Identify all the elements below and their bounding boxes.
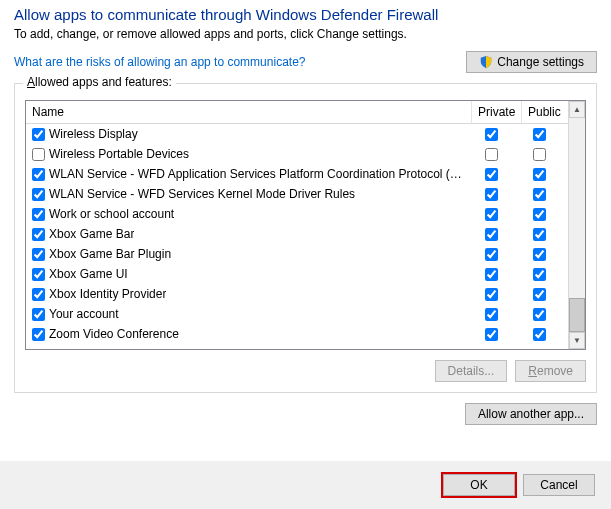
row-name: Your account (49, 307, 119, 321)
row-name: Zoom Video Conference (49, 327, 179, 341)
row-private-checkbox[interactable] (485, 248, 498, 261)
change-settings-label: Change settings (497, 55, 584, 69)
remove-button: Remove (515, 360, 586, 382)
table-row[interactable]: Wireless Display (26, 124, 568, 144)
row-enable-checkbox[interactable] (32, 288, 45, 301)
row-name: Wireless Portable Devices (49, 147, 189, 161)
table-row[interactable]: Work or school account (26, 204, 568, 224)
row-private-checkbox[interactable] (485, 188, 498, 201)
row-name: Wireless Display (49, 127, 138, 141)
row-enable-checkbox[interactable] (32, 328, 45, 341)
table-row[interactable]: WLAN Service - WFD Application Services … (26, 164, 568, 184)
shield-icon (479, 55, 493, 69)
row-name: Work or school account (49, 207, 174, 221)
scroll-track[interactable] (569, 118, 585, 332)
row-enable-checkbox[interactable] (32, 248, 45, 261)
row-enable-checkbox[interactable] (32, 268, 45, 281)
page-subtitle: To add, change, or remove allowed apps a… (14, 27, 597, 41)
risks-link[interactable]: What are the risks of allowing an app to… (14, 55, 305, 69)
row-public-checkbox[interactable] (533, 168, 546, 181)
row-private-checkbox[interactable] (485, 228, 498, 241)
remove-label: Remove (528, 364, 573, 378)
row-name: Xbox Game Bar Plugin (49, 247, 171, 261)
row-enable-checkbox[interactable] (32, 208, 45, 221)
row-private-checkbox[interactable] (485, 308, 498, 321)
ok-button[interactable]: OK (443, 474, 515, 496)
row-private-checkbox[interactable] (485, 328, 498, 341)
list-headers: Name Private Public (26, 101, 568, 124)
header-name[interactable]: Name (26, 101, 472, 123)
group-label-accel: A (27, 75, 35, 89)
row-public-checkbox[interactable] (533, 228, 546, 241)
row-name: Xbox Identity Provider (49, 287, 166, 301)
group-label: Allowed apps and features: (23, 75, 176, 89)
scroll-thumb[interactable] (569, 298, 585, 332)
row-private-checkbox[interactable] (485, 208, 498, 221)
row-enable-checkbox[interactable] (32, 148, 45, 161)
row-name: Xbox Game Bar (49, 227, 134, 241)
row-public-checkbox[interactable] (533, 308, 546, 321)
row-private-checkbox[interactable] (485, 128, 498, 141)
row-name: WLAN Service - WFD Services Kernel Mode … (49, 187, 355, 201)
dialog-footer: OK Cancel (0, 461, 611, 509)
table-row[interactable]: Xbox Game Bar Plugin (26, 244, 568, 264)
scroll-down-icon[interactable]: ▼ (569, 332, 585, 349)
table-row[interactable]: Xbox Game UI (26, 264, 568, 284)
row-name: Xbox Game UI (49, 267, 128, 281)
table-row[interactable]: Xbox Identity Provider (26, 284, 568, 304)
table-row[interactable]: Xbox Game Bar (26, 224, 568, 244)
row-public-checkbox[interactable] (533, 288, 546, 301)
scroll-up-icon[interactable]: ▲ (569, 101, 585, 118)
row-private-checkbox[interactable] (485, 268, 498, 281)
row-enable-checkbox[interactable] (32, 168, 45, 181)
row-enable-checkbox[interactable] (32, 308, 45, 321)
table-row[interactable]: WLAN Service - WFD Services Kernel Mode … (26, 184, 568, 204)
row-private-checkbox[interactable] (485, 168, 498, 181)
page-title: Allow apps to communicate through Window… (14, 0, 597, 23)
allow-another-app-button[interactable]: Allow another app... (465, 403, 597, 425)
list-rows: Wireless DisplayWireless Portable Device… (26, 124, 568, 349)
row-public-checkbox[interactable] (533, 248, 546, 261)
group-label-text: llowed apps and features: (35, 75, 172, 89)
row-public-checkbox[interactable] (533, 148, 546, 161)
table-row[interactable]: Wireless Portable Devices (26, 144, 568, 164)
header-private[interactable]: Private (472, 101, 522, 123)
row-private-checkbox[interactable] (485, 288, 498, 301)
change-settings-button[interactable]: Change settings (466, 51, 597, 73)
row-public-checkbox[interactable] (533, 268, 546, 281)
table-row[interactable]: Your account (26, 304, 568, 324)
details-button: Details... (435, 360, 508, 382)
scrollbar[interactable]: ▲ ▼ (568, 101, 585, 349)
row-public-checkbox[interactable] (533, 128, 546, 141)
header-public[interactable]: Public (522, 101, 568, 123)
row-name: WLAN Service - WFD Application Services … (49, 167, 466, 181)
allowed-apps-group: Allowed apps and features: Name Private … (14, 83, 597, 393)
row-enable-checkbox[interactable] (32, 128, 45, 141)
row-public-checkbox[interactable] (533, 328, 546, 341)
row-enable-checkbox[interactable] (32, 228, 45, 241)
table-row[interactable]: Zoom Video Conference (26, 324, 568, 344)
row-private-checkbox[interactable] (485, 148, 498, 161)
row-public-checkbox[interactable] (533, 208, 546, 221)
cancel-button[interactable]: Cancel (523, 474, 595, 496)
allowed-apps-list[interactable]: Name Private Public Wireless DisplayWire… (25, 100, 586, 350)
row-enable-checkbox[interactable] (32, 188, 45, 201)
row-public-checkbox[interactable] (533, 188, 546, 201)
